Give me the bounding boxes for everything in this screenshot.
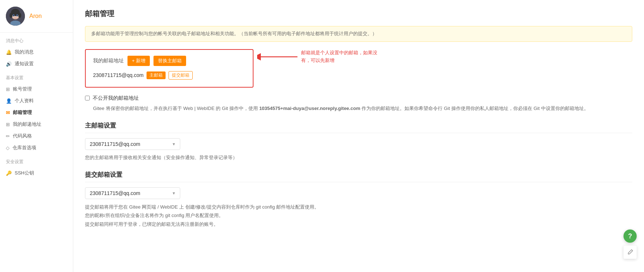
sidebar-item-label: 我的消息 xyxy=(15,49,34,55)
sidebar-item-label: 账号管理 xyxy=(13,86,32,92)
email-row: 2308711715@qq.com 主邮箱 提交邮箱 xyxy=(93,71,245,80)
main-content: 邮箱管理 多邮箱功能用于管理控制与您的帐号关联的电子邮箱地址和相关功能。（当前帐… xyxy=(73,0,644,272)
sidebar-item-label: 邮箱管理 xyxy=(13,109,32,116)
privacy-section: 不公开我的邮箱地址 Gitee 将保密你的邮箱地址，并在执行基于 Web | W… xyxy=(85,95,632,113)
primary-email-heading: 主邮箱设置 xyxy=(85,121,632,133)
user-icon: 👤 xyxy=(6,98,12,104)
section-title-messages: 消息中心 xyxy=(0,33,73,46)
sidebar-profile: Aron xyxy=(0,0,73,33)
sidebar-item-personal-info[interactable]: 👤 个人资料 xyxy=(0,95,73,107)
replace-primary-button[interactable]: 替换主邮箱 xyxy=(153,56,186,66)
sidebar-item-notification-settings[interactable]: 🔊 通知设置 xyxy=(0,58,73,70)
sidebar-item-label: 代码风格 xyxy=(13,133,32,139)
section-title-security: 安全设置 xyxy=(0,154,73,167)
sidebar-item-label: 我的邮递地址 xyxy=(13,121,41,128)
svg-point-8 xyxy=(13,15,14,16)
sidebar-item-repo-preferences[interactable]: ◇ 仓库首选项 xyxy=(0,142,73,154)
commit-email-desc: 提交邮箱将用于您在 Gitee 网页端 / WebIDE 上 创建/修改/提交内… xyxy=(85,203,632,228)
svg-point-4 xyxy=(10,13,12,18)
help-button[interactable]: ? xyxy=(623,229,637,243)
add-email-button[interactable]: + 新增 xyxy=(127,56,150,66)
primary-email-select[interactable]: 2308711715@qq.com xyxy=(85,138,180,150)
privacy-checkbox[interactable] xyxy=(85,96,90,100)
sidebar-item-label: 仓库首选项 xyxy=(12,144,36,151)
sidebar-item-email-management[interactable]: ✉ 邮箱管理 xyxy=(0,107,73,118)
sidebar-item-label: 个人资料 xyxy=(15,98,34,104)
commit-email-select-wrap: 2308711715@qq.com xyxy=(85,187,180,199)
email-address: 2308711715@qq.com xyxy=(93,72,144,78)
badge-main: 主邮箱 xyxy=(147,71,166,79)
email-icon: ✉ xyxy=(6,110,10,115)
key-icon: 🔑 xyxy=(6,170,12,176)
commit-email-heading: 提交邮箱设置 xyxy=(85,170,632,182)
sidebar-item-my-messages[interactable]: 🔔 我的消息 xyxy=(0,46,73,58)
commit-email-select[interactable]: 2308711715@qq.com xyxy=(85,187,180,199)
annotation-text: 邮箱就是个人设置中的邮箱，如果没有，可以先新增 xyxy=(301,49,382,65)
sidebar-item-code-style[interactable]: ✏ 代码风格 xyxy=(0,130,73,142)
svg-point-5 xyxy=(18,13,21,18)
primary-email-select-wrap: 2308711715@qq.com xyxy=(85,138,180,150)
bell-icon: 🔔 xyxy=(6,49,12,55)
privacy-label[interactable]: 不公开我的邮箱地址 xyxy=(85,95,632,102)
primary-email-desc: 您的主邮箱将用于接收相关安全通知（安全操作通知、异常登录记录等） xyxy=(85,154,632,162)
sidebar-item-account-management[interactable]: ⊞ 账号管理 xyxy=(0,83,73,95)
edit-icon xyxy=(627,249,633,256)
avatar xyxy=(6,7,25,26)
pen-icon: ✏ xyxy=(6,133,10,139)
edit-button[interactable] xyxy=(623,246,637,259)
sidebar: Aron 消息中心 🔔 我的消息 🔊 通知设置 基本设置 ⊞ 账号管理 👤 个人… xyxy=(0,0,73,272)
email-box-header: 我的邮箱地址 + 新增 替换主邮箱 xyxy=(93,56,245,66)
arrow-icon xyxy=(257,49,301,64)
page-title: 邮箱管理 xyxy=(85,9,632,19)
annotation-area: 邮箱就是个人设置中的邮箱，如果没有，可以先新增 xyxy=(257,49,382,65)
info-banner: 多邮箱功能用于管理控制与您的帐号关联的电子邮箱地址和相关功能。（当前帐号所有可用… xyxy=(85,26,632,42)
sidebar-item-label: 通知设置 xyxy=(15,60,34,67)
privacy-desc: Gitee 将保密你的邮箱地址，并在执行基于 Web | WebIDE 的 Gi… xyxy=(93,104,632,113)
grid-icon: ⊞ xyxy=(6,87,10,92)
repo-icon: ◇ xyxy=(6,145,10,151)
email-box-label: 我的邮箱地址 xyxy=(93,58,124,64)
speaker-icon: 🔊 xyxy=(6,61,12,67)
sidebar-item-ssh-key[interactable]: 🔑 SSH公钥 xyxy=(0,167,73,179)
sidebar-username: Aron xyxy=(29,13,42,19)
badge-commit: 提交邮箱 xyxy=(169,71,193,80)
section-title-basic: 基本设置 xyxy=(0,70,73,83)
email-box: 我的邮箱地址 + 新增 替换主邮箱 2308711715@qq.com 主邮箱 … xyxy=(85,49,253,88)
svg-point-9 xyxy=(17,15,18,16)
sidebar-item-label: SSH公钥 xyxy=(15,170,34,176)
sidebar-item-my-address[interactable]: ⊞ 我的邮递地址 xyxy=(0,118,73,130)
address-icon: ⊞ xyxy=(6,122,10,127)
